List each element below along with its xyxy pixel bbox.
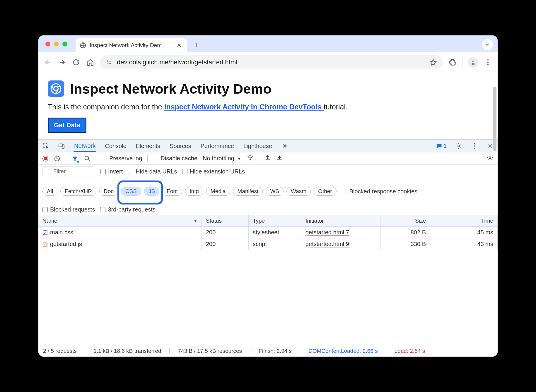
home-button[interactable] xyxy=(86,58,95,67)
traffic-lights xyxy=(45,42,67,47)
svg-point-7 xyxy=(51,84,61,93)
initiator-link[interactable]: getstarted.html:7 xyxy=(305,229,349,235)
hide-data-urls-checkbox[interactable]: Hide data URLs xyxy=(128,168,177,175)
record-button[interactable] xyxy=(42,156,48,161)
footer-resources: 743 B / 17.5 kB resources xyxy=(178,348,242,354)
new-tab-button[interactable]: + xyxy=(190,40,204,49)
chip-all[interactable]: All xyxy=(42,187,57,196)
column-status[interactable]: Status xyxy=(202,215,249,226)
extensions-icon[interactable] xyxy=(448,58,457,67)
devtools-tab-sources[interactable]: Sources xyxy=(169,140,192,151)
settings-gear-icon[interactable] xyxy=(455,142,462,150)
svg-point-4 xyxy=(487,59,489,60)
footer-transferred: 1.1 kB / 18.6 kB transferred xyxy=(93,348,161,354)
svg-point-13 xyxy=(474,143,475,144)
devtools-menu-icon[interactable] xyxy=(471,142,478,150)
invert-checkbox[interactable]: Invert xyxy=(100,168,123,175)
close-window-button[interactable] xyxy=(45,42,50,47)
devtools-tab-console[interactable]: Console xyxy=(104,140,127,151)
chip-media[interactable]: Media xyxy=(206,187,230,196)
chip-ws[interactable]: WS xyxy=(266,187,284,196)
forward-button[interactable] xyxy=(58,58,66,67)
initiator-link[interactable]: getstarted.html:9 xyxy=(305,241,349,247)
page-heading: Inspect Network Activity Demo xyxy=(70,81,272,97)
page-scrollbar[interactable] xyxy=(493,87,496,151)
network-status-bar: 2 / 5 requests 1.1 kB / 18.6 kB transfer… xyxy=(38,345,498,357)
resource-type-chips: AllFetch/XHRDocCSSJSFontImgMediaManifest… xyxy=(42,187,337,196)
chip-img[interactable]: Img xyxy=(185,187,203,196)
address-bar[interactable]: devtools.glitch.me/network/getstarted.ht… xyxy=(100,55,443,69)
tab-search-button[interactable] xyxy=(482,39,493,50)
network-table: Name▼ Status Type Initiator Size Time ma… xyxy=(38,215,498,345)
svg-point-5 xyxy=(487,61,489,63)
network-conditions-icon[interactable] xyxy=(247,154,254,162)
browser-toolbar: devtools.glitch.me/network/getstarted.ht… xyxy=(38,52,498,72)
reload-button[interactable] xyxy=(72,58,81,67)
devtools-tab-network[interactable]: Network xyxy=(74,140,96,152)
filter-input[interactable] xyxy=(42,166,95,176)
blocked-requests-checkbox[interactable]: Blocked requests xyxy=(42,206,95,213)
maximize-window-button[interactable] xyxy=(62,42,67,47)
devtools-tab-performance[interactable]: Performance xyxy=(200,140,235,151)
tab-title: Inspect Network Activity Dem xyxy=(90,42,172,49)
column-time[interactable]: Time xyxy=(430,215,498,226)
disable-cache-checkbox[interactable]: Disable cache xyxy=(153,155,197,162)
tutorial-link[interactable]: Inspect Network Activity In Chrome DevTo… xyxy=(164,103,324,111)
svg-point-19 xyxy=(489,157,491,159)
tab-strip: Inspect Network Activity Dem ✕ + xyxy=(38,35,498,52)
sort-indicator-icon: ▼ xyxy=(193,219,197,223)
toolbar-separator xyxy=(462,58,462,67)
column-size[interactable]: Size xyxy=(380,215,430,226)
third-party-checkbox[interactable]: 3rd-party requests xyxy=(100,206,155,213)
close-tab-button[interactable]: ✕ xyxy=(175,42,183,49)
svg-point-15 xyxy=(474,147,475,149)
inspect-element-icon[interactable] xyxy=(42,142,49,150)
chip-font[interactable]: Font xyxy=(162,187,182,196)
file-js-icon: {} xyxy=(42,242,48,247)
chip-js[interactable]: JS xyxy=(144,187,159,196)
upload-har-icon[interactable] xyxy=(264,154,271,162)
download-har-icon[interactable] xyxy=(276,154,283,162)
minimize-window-button[interactable] xyxy=(54,42,59,47)
devtools-tab-elements[interactable]: Elements xyxy=(135,140,161,151)
table-row[interactable]: main.css200stylesheetgetstarted.html:780… xyxy=(38,227,498,238)
network-toolbar: Preserve log Disable cache No throttling… xyxy=(38,152,498,165)
file-css-icon xyxy=(42,230,48,235)
chip-other[interactable]: Other xyxy=(314,187,337,196)
search-icon[interactable] xyxy=(84,155,91,162)
back-button[interactable] xyxy=(44,58,52,67)
device-toolbar-icon[interactable] xyxy=(58,142,65,150)
column-initiator[interactable]: Initiator xyxy=(301,215,380,226)
network-settings-gear-icon[interactable] xyxy=(487,154,494,163)
bookmark-star-icon[interactable] xyxy=(429,58,438,67)
chip-wasm[interactable]: Wasm xyxy=(286,187,311,196)
hide-extension-urls-checkbox[interactable]: Hide extension URLs xyxy=(182,168,245,175)
throttling-dropdown[interactable]: No throttling ▼ xyxy=(203,155,241,162)
chip-doc[interactable]: Doc xyxy=(99,187,118,196)
filter-toggle-icon[interactable] xyxy=(71,155,78,162)
blocked-cookies-checkbox[interactable]: Blocked response cookies xyxy=(342,188,417,195)
profile-avatar[interactable] xyxy=(468,57,478,68)
svg-point-14 xyxy=(474,145,475,147)
clear-button[interactable] xyxy=(54,155,61,162)
chip-manifest[interactable]: Manifest xyxy=(233,187,263,196)
column-type[interactable]: Type xyxy=(249,215,301,226)
svg-point-2 xyxy=(107,63,108,64)
more-tabs-icon[interactable] xyxy=(281,142,289,150)
svg-point-6 xyxy=(487,64,489,65)
svg-point-3 xyxy=(472,61,474,62)
column-name[interactable]: Name▼ xyxy=(38,215,202,226)
chrome-menu-button[interactable] xyxy=(484,58,492,67)
preserve-log-checkbox[interactable]: Preserve log xyxy=(102,155,142,162)
devtools-panel: Network Console Elements Sources Perform… xyxy=(38,139,498,357)
table-row[interactable]: {}getstarted.js200scriptgetstarted.html:… xyxy=(38,238,498,250)
chip-css[interactable]: CSS xyxy=(121,187,141,196)
devtools-tab-lighthouse[interactable]: Lighthouse xyxy=(243,140,273,151)
svg-text:{}: {} xyxy=(44,243,47,246)
svg-point-12 xyxy=(458,145,460,147)
chip-fetchxhr[interactable]: Fetch/XHR xyxy=(60,187,96,196)
get-data-button[interactable]: Get Data xyxy=(48,118,86,133)
site-info-icon[interactable] xyxy=(105,59,113,66)
issues-button[interactable]: 1 xyxy=(436,143,447,149)
browser-tab[interactable]: Inspect Network Activity Dem ✕ xyxy=(76,38,187,52)
